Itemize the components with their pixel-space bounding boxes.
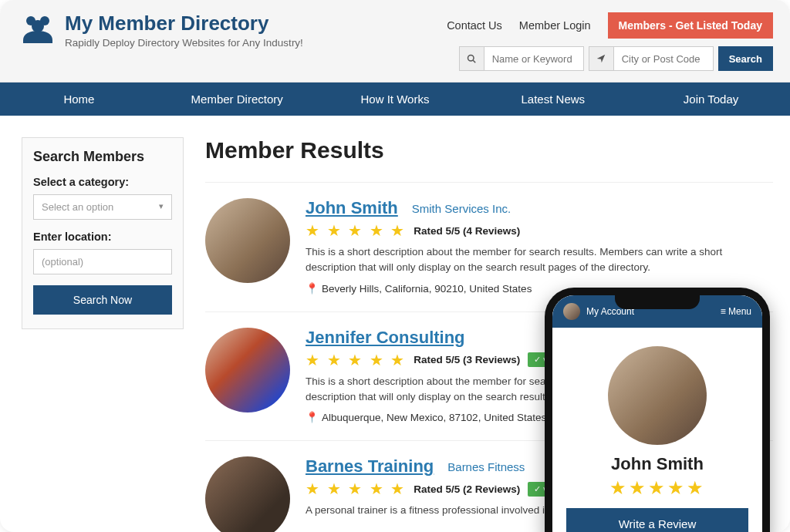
contact-link[interactable]: Contact Us (447, 19, 502, 32)
location-arrow-icon (589, 46, 613, 71)
avatar (205, 328, 290, 412)
site-tagline: Rapidly Deploy Directory Websites for An… (65, 37, 303, 49)
avatar-icon (563, 303, 580, 320)
nav-how[interactable]: How It Works (316, 82, 474, 116)
member-name-link[interactable]: Jennifer Consulting (306, 328, 465, 348)
location-text: Beverly Hills, California, 90210, United… (322, 283, 532, 295)
results-title: Member Results (205, 137, 773, 163)
location-text: Albuquerque, New Mexico, 87102, United S… (322, 412, 546, 423)
pin-icon: 📍 (306, 412, 319, 423)
svg-point-2 (32, 20, 44, 32)
phone-menu-button[interactable]: ≡ Menu (721, 306, 751, 317)
profile-avatar (608, 346, 707, 445)
brand: My Member Directory Rapidly Deploy Direc… (22, 12, 303, 49)
location-input[interactable] (613, 46, 714, 71)
category-label: Select a category: (33, 176, 172, 188)
brand-text: My Member Directory Rapidly Deploy Direc… (65, 12, 303, 49)
category-select[interactable]: Select an option (33, 194, 172, 220)
search-now-button[interactable]: Search Now (33, 285, 172, 315)
star-rating-icon: ★ ★ ★ ★ ★ (306, 480, 406, 498)
rating-text: Rated 5/5 (4 Reviews) (414, 225, 520, 237)
phone-body: John Smith ★★★★★ Write a Review (552, 328, 762, 532)
location-field[interactable]: (optional) (33, 249, 172, 274)
header-search: Search (447, 46, 773, 71)
app-window: My Member Directory Rapidly Deploy Direc… (0, 0, 790, 532)
phone-mockup: My Account ≡ Menu John Smith ★★★★★ Write… (545, 288, 770, 532)
phone-notch (615, 295, 700, 309)
search-icon (459, 46, 484, 71)
nav-news[interactable]: Latest News (474, 82, 632, 116)
star-rating-icon: ★ ★ ★ ★ ★ (306, 221, 406, 240)
member-company: Barnes Fitness (447, 460, 525, 473)
nav-home[interactable]: Home (0, 82, 158, 116)
svg-line-4 (473, 60, 475, 62)
star-rating-icon: ★ ★ ★ ★ ★ (306, 351, 406, 369)
profile-name: John Smith (566, 454, 748, 474)
write-review-button[interactable]: Write a Review (566, 508, 748, 532)
site-title: My Member Directory (65, 12, 303, 34)
svg-point-3 (468, 56, 474, 62)
header-right: Contact Us Member Login Members - Get Li… (447, 12, 773, 71)
users-icon (22, 12, 56, 46)
member-name-link[interactable]: Barnes Training (306, 456, 434, 476)
member-company: Smith Services Inc. (412, 202, 511, 215)
search-sidebar: Search Members Select a category: Select… (22, 137, 184, 329)
pin-icon: 📍 (306, 283, 319, 295)
name-input[interactable] (484, 46, 584, 71)
phone-screen: My Account ≡ Menu John Smith ★★★★★ Write… (552, 295, 762, 532)
header-links: Contact Us Member Login Members - Get Li… (447, 12, 773, 39)
nav-join[interactable]: Join Today (632, 82, 790, 116)
sidebar-title: Search Members (33, 149, 172, 165)
member-description: This is a short description about the me… (306, 244, 773, 276)
member-info: John Smith Smith Services Inc. ★ ★ ★ ★ ★… (306, 198, 773, 295)
rating-text: Rated 5/5 (2 Reviews) (414, 483, 520, 495)
login-link[interactable]: Member Login (519, 19, 591, 32)
header: My Member Directory Rapidly Deploy Direc… (0, 0, 790, 82)
avatar (205, 456, 290, 532)
avatar (205, 198, 290, 283)
location-search-group (589, 46, 714, 71)
cta-button[interactable]: Members - Get Listed Today (608, 12, 773, 39)
nav-directory[interactable]: Member Directory (158, 82, 316, 116)
search-button[interactable]: Search (718, 46, 773, 71)
rating-text: Rated 5/5 (3 Reviews) (414, 354, 520, 365)
star-rating-icon: ★★★★★ (566, 477, 748, 499)
main-nav: Home Member Directory How It Works Lates… (0, 82, 790, 116)
location-label: Enter location: (33, 231, 172, 243)
name-search-group (459, 46, 584, 71)
member-name-link[interactable]: John Smith (306, 198, 398, 218)
